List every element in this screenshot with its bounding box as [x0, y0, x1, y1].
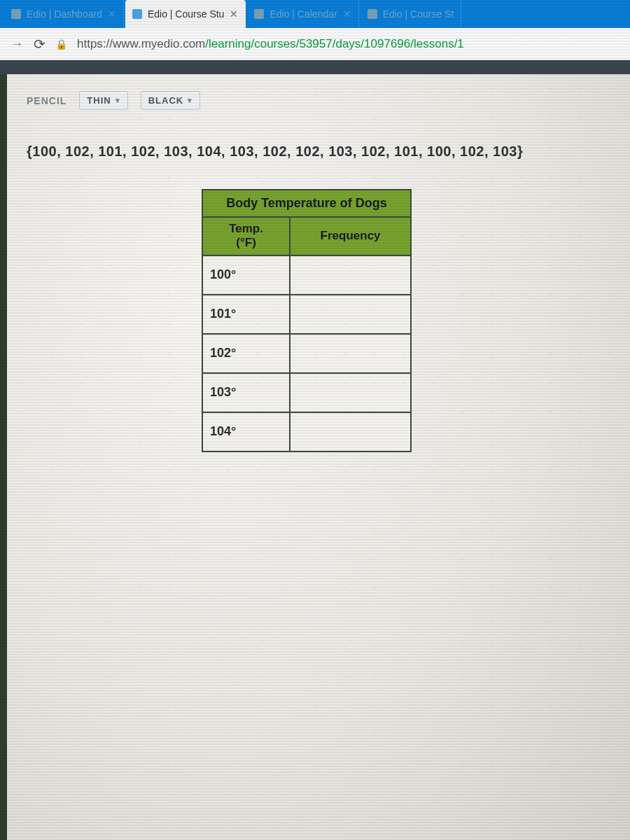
- tab-course-active[interactable]: Edio | Course Stu ✕: [125, 0, 246, 28]
- tab-title: Edio | Dashboard: [27, 8, 102, 20]
- col-frequency: Frequency: [290, 217, 411, 255]
- freq-cell[interactable]: [290, 295, 411, 334]
- dataset-text: {100, 102, 101, 102, 103, 104, 103, 102,…: [27, 144, 610, 160]
- drawing-toolbar: PENCIL THIN ▾ BLACK ▾: [27, 91, 610, 110]
- favicon-icon: [132, 9, 142, 19]
- color-select[interactable]: BLACK ▾: [141, 91, 201, 110]
- favicon-icon: [368, 9, 377, 19]
- freq-cell[interactable]: [290, 373, 411, 412]
- table-title: Body Temperature of Dogs: [202, 190, 411, 217]
- frequency-table: Body Temperature of Dogs Temp.(°F) Frequ…: [202, 189, 412, 452]
- favicon-icon: [11, 9, 21, 19]
- url-host: https://www.myedio.com: [77, 37, 205, 50]
- freq-cell[interactable]: [290, 334, 411, 373]
- col-temp-label: Temp.(°F): [207, 222, 285, 251]
- address-bar: → ⟳ 🔒 https://www.myedio.com/learning/co…: [0, 28, 630, 60]
- close-icon[interactable]: ✕: [108, 8, 116, 20]
- thickness-select[interactable]: THIN ▾: [79, 91, 127, 110]
- browser-tab-strip: Edio | Dashboard ✕ Edio | Course Stu ✕ E…: [0, 0, 630, 28]
- color-value: BLACK: [148, 95, 184, 106]
- tab-course-2[interactable]: Edio | Course St: [360, 0, 462, 28]
- chevron-down-icon: ▾: [188, 96, 192, 105]
- table-row: 101°: [202, 295, 411, 334]
- favicon-icon: [254, 9, 264, 19]
- table-row: 100°: [202, 255, 411, 295]
- temp-cell: 101°: [202, 295, 290, 334]
- tool-label[interactable]: PENCIL: [27, 95, 66, 106]
- back-icon[interactable]: →: [10, 36, 24, 52]
- table-row: 102°: [202, 334, 411, 373]
- col-temp: Temp.(°F): [202, 217, 290, 255]
- temp-cell: 103°: [202, 373, 290, 412]
- temp-cell: 102°: [202, 334, 290, 373]
- temp-cell: 104°: [202, 412, 290, 451]
- reload-icon[interactable]: ⟳: [34, 36, 46, 52]
- tab-title: Edio | Course St: [383, 8, 454, 20]
- table-row: 104°: [202, 412, 411, 451]
- tab-calendar[interactable]: Edio | Calendar ✕: [247, 0, 358, 28]
- tab-title: Edio | Calendar: [270, 8, 337, 20]
- tab-dashboard[interactable]: Edio | Dashboard ✕: [4, 0, 124, 28]
- thickness-value: THIN: [87, 95, 111, 106]
- page-left-edge: [0, 74, 7, 840]
- url-display[interactable]: https://www.myedio.com/learning/courses/…: [77, 37, 464, 51]
- close-icon[interactable]: ✕: [343, 8, 351, 20]
- chevron-down-icon: ▾: [115, 96, 120, 105]
- temp-cell: 100°: [202, 255, 290, 295]
- freq-cell[interactable]: [290, 255, 411, 295]
- url-path: /learning/courses/53957/days/1097696/les…: [205, 37, 464, 50]
- freq-cell[interactable]: [290, 412, 411, 451]
- close-icon[interactable]: ✕: [230, 8, 238, 20]
- lesson-content: PENCIL THIN ▾ BLACK ▾ {100, 102, 101, 10…: [7, 74, 630, 840]
- table-row: 103°: [202, 373, 411, 412]
- lock-icon: 🔒: [55, 38, 67, 50]
- tab-title: Edio | Course Stu: [148, 8, 224, 20]
